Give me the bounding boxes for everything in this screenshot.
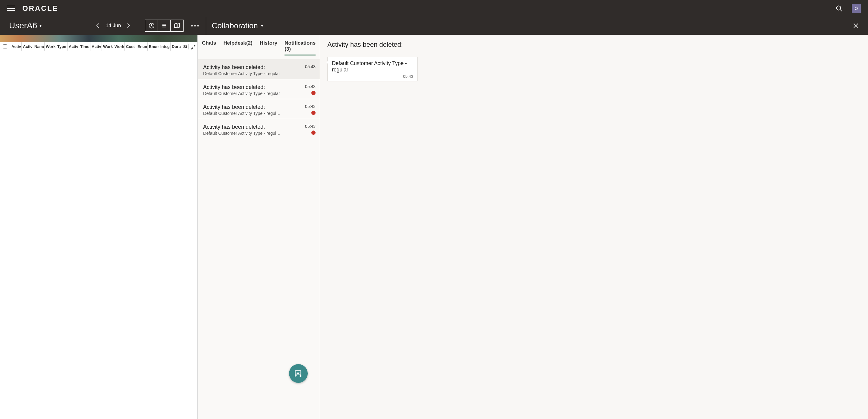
notification-subtitle: Default Customer Activity Type - regular bbox=[203, 91, 280, 96]
message-bubble: Default Customer Activity Type - regular… bbox=[327, 57, 418, 81]
column-header[interactable]: Activ bbox=[90, 42, 101, 51]
date-nav: 14 Jun bbox=[96, 23, 130, 29]
search-icon[interactable] bbox=[835, 5, 843, 12]
unread-dot-icon bbox=[311, 91, 315, 95]
avatar[interactable]: O bbox=[852, 4, 861, 13]
notification-item[interactable]: Activity has been deleted: Default Custo… bbox=[198, 119, 320, 139]
tab-chats[interactable]: Chats bbox=[202, 40, 216, 56]
svg-line-1 bbox=[840, 10, 842, 11]
collab-tabs: Chats Helpdesk(2) History Notifications … bbox=[198, 35, 320, 59]
column-header[interactable]: Activ bbox=[10, 42, 22, 51]
collaboration-list-panel: Chats Helpdesk(2) History Notifications … bbox=[197, 35, 320, 419]
hamburger-menu-button[interactable] bbox=[7, 6, 15, 11]
column-header[interactable]: Cust bbox=[124, 42, 136, 51]
notification-title: Activity has been deleted: bbox=[203, 124, 281, 130]
collaboration-dropdown[interactable]: Collaboration ▾ bbox=[212, 21, 263, 30]
activity-grid-panel: Activ Activ Name Work Type Activ Time Ac… bbox=[0, 35, 197, 419]
notification-item[interactable]: Activity has been deleted: Default Custo… bbox=[198, 99, 320, 119]
brand-logo: ORACLE bbox=[22, 4, 58, 13]
notification-time: 05:43 bbox=[305, 64, 315, 69]
tab-helpdesk[interactable]: Helpdesk(2) bbox=[223, 40, 252, 56]
column-header[interactable]: Dura bbox=[170, 42, 182, 51]
list-view-button[interactable] bbox=[158, 20, 170, 31]
notification-subtitle: Default Customer Activity Type - regular… bbox=[203, 131, 281, 136]
user-dropdown[interactable]: UserA6 ▾ bbox=[9, 21, 41, 30]
notification-title: Activity has been deleted: bbox=[203, 64, 280, 70]
topbar: ORACLE O bbox=[0, 0, 868, 17]
column-header[interactable]: Work bbox=[101, 42, 113, 51]
user-name: UserA6 bbox=[9, 21, 37, 30]
date-label: 14 Jun bbox=[105, 23, 121, 29]
notification-title: Activity has been deleted: bbox=[203, 84, 280, 90]
panel-title: Collaboration bbox=[212, 21, 258, 30]
notification-subtitle: Default Customer Activity Type - regular… bbox=[203, 111, 281, 116]
decorative-banner bbox=[0, 35, 197, 42]
detail-title: Activity has been deleted: bbox=[327, 41, 861, 49]
close-icon[interactable] bbox=[853, 23, 859, 29]
column-header[interactable]: Activ bbox=[67, 42, 79, 51]
column-header-row: Activ Activ Name Work Type Activ Time Ac… bbox=[0, 42, 197, 51]
wrench-icon[interactable] bbox=[188, 44, 197, 50]
notification-title: Activity has been deleted: bbox=[203, 104, 281, 110]
column-header[interactable]: Enum bbox=[136, 42, 147, 51]
divider bbox=[206, 17, 206, 35]
tab-history[interactable]: History bbox=[260, 40, 278, 56]
notification-item[interactable]: Activity has been deleted: Default Custo… bbox=[198, 59, 320, 79]
svg-point-0 bbox=[837, 6, 841, 10]
view-toggle bbox=[145, 20, 184, 32]
column-header[interactable]: Name bbox=[33, 42, 44, 51]
new-chat-button[interactable] bbox=[289, 364, 308, 383]
notification-subtitle: Default Customer Activity Type - regular bbox=[203, 71, 280, 76]
notification-detail-panel: Activity has been deleted: Default Custo… bbox=[320, 35, 868, 419]
notification-list: Activity has been deleted: Default Custo… bbox=[198, 59, 320, 139]
chevron-right-icon[interactable] bbox=[126, 23, 130, 29]
message-time: 05:43 bbox=[332, 74, 413, 79]
column-header[interactable]: Work bbox=[113, 42, 124, 51]
caret-down-icon: ▾ bbox=[39, 23, 41, 28]
clock-view-button[interactable] bbox=[145, 20, 158, 31]
tab-notifications[interactable]: Notifications (3) bbox=[284, 40, 315, 56]
column-header[interactable]: Work bbox=[44, 42, 56, 51]
select-all-checkbox[interactable] bbox=[3, 44, 7, 49]
secondbar: UserA6 ▾ 14 Jun ••• Col bbox=[0, 17, 868, 35]
notification-time: 05:43 bbox=[305, 104, 315, 109]
notification-item[interactable]: Activity has been deleted: Default Custo… bbox=[198, 79, 320, 99]
message-text: Default Customer Activity Type - regular bbox=[332, 60, 413, 73]
svg-rect-10 bbox=[296, 371, 301, 375]
more-menu-button[interactable]: ••• bbox=[191, 22, 200, 29]
column-header[interactable]: Activ bbox=[22, 42, 33, 51]
column-header[interactable]: Integ bbox=[159, 42, 170, 51]
column-header[interactable]: St bbox=[182, 42, 188, 51]
map-view-button[interactable] bbox=[170, 20, 183, 31]
unread-dot-icon bbox=[311, 130, 315, 135]
chevron-left-icon[interactable] bbox=[96, 23, 100, 29]
column-header[interactable]: Enum bbox=[147, 42, 159, 51]
caret-down-icon: ▾ bbox=[261, 23, 263, 28]
unread-dot-icon bbox=[311, 111, 315, 115]
notification-time: 05:43 bbox=[305, 124, 315, 129]
column-header[interactable]: Time bbox=[79, 42, 90, 51]
column-header[interactable]: Type bbox=[56, 42, 67, 51]
notification-time: 05:43 bbox=[305, 84, 315, 89]
